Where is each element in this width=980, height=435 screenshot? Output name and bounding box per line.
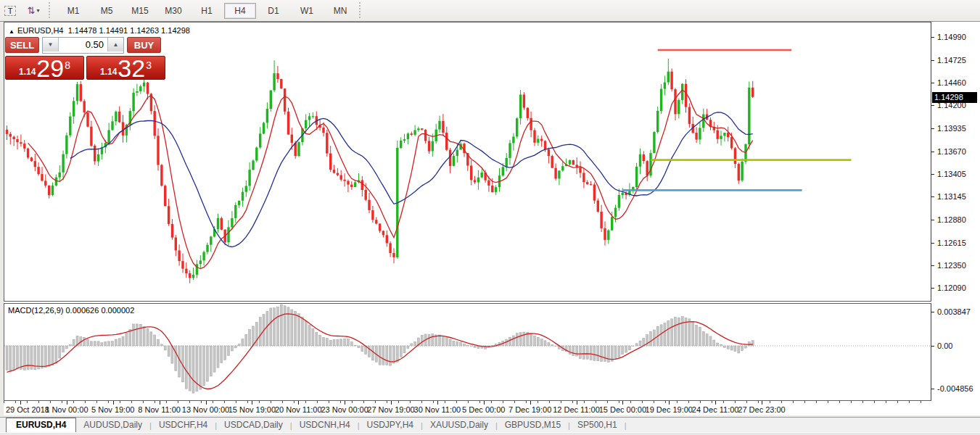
time-tick (715, 401, 716, 405)
time-tick (206, 401, 207, 405)
time-tick-label: 12 Dec 11:00 (553, 405, 600, 414)
timeframe-button-w1[interactable]: W1 (291, 3, 323, 19)
ohlc-close: 1.14298 (161, 26, 190, 35)
time-tick-label: 20 Nov 11:00 (275, 405, 322, 414)
price-tick (931, 105, 934, 106)
time-scale[interactable]: 29 Oct 20181 Nov 00:005 Nov 19:008 Nov 1… (4, 401, 931, 415)
window-bottom-edge (0, 432, 980, 435)
price-scale[interactable]: 1.149901.147251.144601.142001.139351.136… (931, 22, 980, 415)
text-label-tool[interactable]: T (1, 3, 20, 19)
chart-tab-eurusd-h4[interactable]: EURUSD,H4 (6, 418, 76, 433)
price-tick (931, 174, 934, 175)
chart-tab-usdchf-h4[interactable]: USDCHF,H4 (152, 418, 215, 432)
chart-symbol-period: EURUSD,H4 (17, 26, 64, 35)
trade-panel-controls: SELL ▼ ▲ BUY (5, 37, 161, 54)
chart-tab-usdcad-daily[interactable]: USDCAD,Daily (217, 418, 290, 432)
tab-separator: | (625, 421, 627, 432)
volume-stepper: ▼ ▲ (42, 37, 124, 54)
volume-increase-button[interactable]: ▲ (107, 38, 123, 51)
time-tick-label: 24 Dec 11:00 (692, 405, 739, 414)
macd-chart[interactable] (4, 304, 931, 400)
sell-pips: 29 (36, 57, 64, 79)
chart-tab-xauusd-daily[interactable]: XAUUSD,Daily (423, 418, 495, 432)
timeframe-button-m30[interactable]: M30 (157, 3, 189, 19)
price-tick-label: 1.13935 (937, 124, 966, 133)
ohlc-low: 1.14263 (130, 26, 159, 35)
time-tick (67, 401, 67, 405)
timeframe-button-m15[interactable]: M15 (124, 3, 156, 19)
toolbar-separator (359, 2, 361, 20)
time-tick (437, 401, 438, 405)
time-tick-label: 7 Dec 19:00 (508, 405, 551, 414)
sell-pipette: 8 (65, 59, 70, 71)
time-tick (530, 401, 531, 405)
macd-tick (931, 389, 934, 389)
trade-panel-prices: 1.14 29 8 1.14 32 3 (5, 56, 165, 80)
time-tick (298, 401, 299, 405)
sell-button[interactable]: SELL (5, 37, 39, 53)
timeframe-button-m1[interactable]: M1 (57, 3, 89, 19)
price-tick (931, 243, 934, 244)
time-tick-label: 27 Nov 19:00 (367, 405, 414, 414)
price-tick (931, 288, 934, 289)
time-tick (20, 401, 21, 405)
current-price-badge: 1.14298 (932, 92, 977, 103)
time-tick (669, 401, 670, 405)
time-tick-label: 27 Dec 23:00 (738, 405, 785, 414)
chart-tab-audusd-daily[interactable]: AUDUSD,Daily (76, 418, 149, 432)
time-tick-label: 15 Dec 00:00 (599, 405, 646, 414)
chart-tab-sp500-h1[interactable]: SP500,H1 (570, 418, 625, 432)
buy-button[interactable]: BUY (127, 37, 161, 53)
volume-decrease-button[interactable]: ▼ (43, 38, 59, 51)
macd-tick-label: 0.00 (937, 341, 952, 350)
time-tick (762, 401, 762, 405)
timeframe-button-h1[interactable]: H1 (191, 3, 223, 19)
buy-pipette: 3 (146, 59, 152, 71)
time-tick-label: 23 Nov 00:00 (321, 405, 368, 414)
volume-input[interactable] (59, 38, 107, 51)
time-scale-minor-ticks (4, 401, 931, 403)
macd-label: MACD(12,26,9) 0.000626 0.000002 (8, 306, 134, 315)
sell-price-button[interactable]: 1.14 29 8 (5, 56, 84, 80)
price-tick (931, 220, 934, 220)
macd-indicator-pane[interactable]: MACD(12,26,9) 0.000626 0.000002 (4, 304, 931, 401)
price-tick (931, 196, 934, 197)
chart-tab-bar: EURUSD,H4AUDUSD,Daily|USDCHF,H4|USDCAD,D… (0, 417, 980, 432)
timeframe-button-mn[interactable]: MN (324, 3, 356, 19)
timeframe-button-d1[interactable]: D1 (258, 3, 289, 19)
buy-big-figure: 1.14 (100, 67, 117, 77)
price-tick-label: 1.12350 (937, 261, 966, 270)
top-toolbar: T ⇅ ▾ M1M5M15M30H1H4D1W1MN (0, 0, 980, 22)
price-tick (931, 37, 934, 38)
dropdown-caret-icon: ▾ (36, 7, 39, 14)
time-tick-label: 13 Nov 00:00 (182, 405, 229, 414)
chart-tab-usdcnh-h4[interactable]: USDCNH,H4 (292, 418, 358, 432)
time-tick-label: 5 Nov 19:00 (91, 405, 134, 414)
macd-tick-label: 0.003847 (937, 307, 971, 316)
ohlc-high: 1.14491 (99, 26, 128, 35)
time-tick (577, 401, 577, 405)
buy-pips: 32 (118, 57, 145, 79)
buy-price-button[interactable]: 1.14 32 3 (86, 56, 165, 80)
macd-tick (931, 346, 934, 347)
price-tick-label: 1.12880 (937, 215, 966, 224)
price-tick (931, 152, 934, 152)
text-tool-icon: T (4, 6, 17, 16)
timeframe-button-m5[interactable]: M5 (91, 3, 123, 19)
chart-tab-gbpusd-m15[interactable]: GBPUSD,M15 (498, 418, 568, 432)
timeframe-button-h4[interactable]: H4 (224, 3, 256, 19)
time-tick (160, 401, 160, 405)
chart-tab-usdjpy-h4[interactable]: USDJPY,H4 (360, 418, 421, 432)
time-tick (252, 401, 252, 405)
time-tick (113, 401, 114, 405)
time-tick (622, 401, 623, 405)
time-tick-label: 15 Nov 19:00 (228, 405, 276, 414)
macd-tick (931, 312, 934, 312)
collapse-panel-icon[interactable]: ▲ (9, 28, 15, 35)
time-tick-label: 19 Dec 19:00 (646, 405, 693, 414)
main-chart-pane[interactable]: ▲EURUSD,H4 1.14478 1.14491 1.14263 1.142… (4, 22, 931, 301)
time-tick-label: 5 Dec 00:00 (462, 405, 505, 414)
chart-title: ▲EURUSD,H4 1.14478 1.14491 1.14263 1.142… (9, 26, 190, 35)
arrows-tool[interactable]: ⇅ ▾ (21, 3, 46, 19)
price-tick (931, 128, 934, 129)
